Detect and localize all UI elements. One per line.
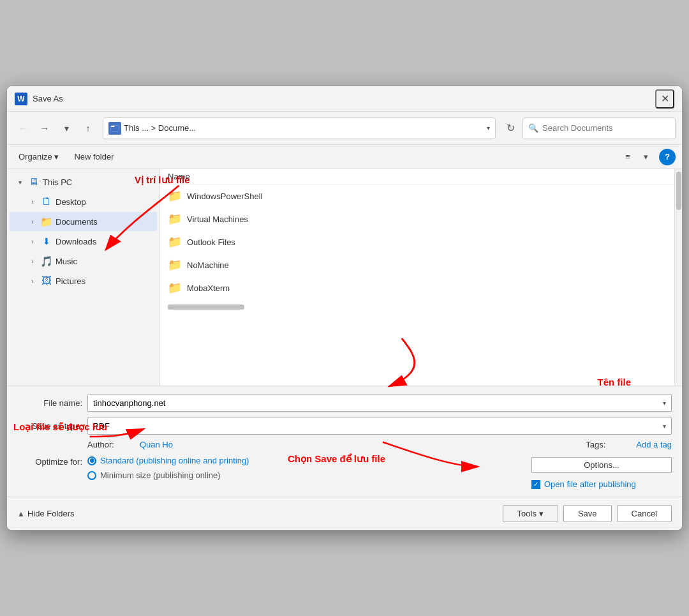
radio-minimum-circle [87,471,96,480]
title-bar: W Save As ✕ [7,86,682,112]
footer: ▲ Hide Folders Tools ▾ Save Cancel [7,497,682,530]
search-icon: 🔍 [528,123,538,133]
file-name-input[interactable]: tinhocvanphong.net ▾ [87,394,672,412]
file-item-virtual-machines[interactable]: 📁 Virtual Machines [160,207,674,230]
radio-standard-circle [87,456,96,465]
expand-icon: › [27,276,38,286]
radio-minimum-label: Minimum size (publishing online) [100,470,221,480]
tree-label-documents: Documents [56,217,98,227]
main-container: Vị trí lưu file [7,169,682,497]
back-button[interactable]: ← [13,119,33,138]
view-options: ≡ ▾ [619,149,654,165]
address-chevron-icon[interactable]: ▾ [487,124,490,131]
expand-icon: ▾ [15,177,25,187]
tree-label-this-pc: This PC [43,177,72,187]
up-button[interactable]: ↑ [78,119,98,138]
save-type-select[interactable]: PDF ▾ [87,417,672,435]
documents-folder-icon: 📁 [40,215,53,228]
hide-folders-label: Hide Folders [27,509,75,518]
tree-item-desktop[interactable]: › 🗒 Desktop [10,192,157,211]
folder-icon: 📁 [168,235,182,249]
file-name-nomachine: NoMachine [187,260,229,270]
search-input[interactable] [542,123,670,133]
annot-ten-file: Tên file [597,377,631,387]
open-file-checkbox-row: ✓ Open file after publishing [531,479,672,489]
optimize-label: Optimize for: [17,456,87,480]
radio-standard[interactable]: Standard (publishing online and printing… [87,456,249,465]
tree-item-documents[interactable]: › 📁 Documents [10,212,157,231]
expand-icon: › [27,197,38,207]
open-file-label: Open file after publishing [544,479,636,489]
organize-button[interactable]: Organize ▾ [13,149,64,164]
options-button[interactable]: Options... [531,457,672,473]
save-as-dialog: W Save As ✕ ← → ▾ ↑ This ... > Docume...… [6,86,683,530]
folder-icon: 📁 [168,258,182,272]
tree-label-desktop: Desktop [56,197,86,207]
tags-value[interactable]: Add a tag [636,440,672,449]
file-name-outlook-files: Outlook Files [187,237,235,247]
cancel-button[interactable]: Cancel [617,505,672,522]
new-folder-button[interactable]: New folder [69,149,119,164]
column-name-header: Name [168,172,190,181]
file-item-mobaxterm[interactable]: 📁 MobaXterm [160,276,674,299]
expand-icon: › [27,256,38,266]
folder-icon: 📁 [168,281,182,295]
folder-icon: 📁 [168,212,182,226]
downloads-icon: ⬇ [40,235,53,248]
file-item-windowspowershell[interactable]: 📁 WindowsPowerShell [160,184,674,207]
close-button[interactable]: ✕ [655,89,674,109]
monitor-icon: 🖥 [27,176,40,188]
optimize-options: Standard (publishing online and printing… [87,456,249,480]
folder-icon: 📁 [168,189,182,203]
save-type-row: Save as type: PDF ▾ [17,417,672,435]
tools-dropdown-icon: ▾ [539,509,544,518]
toolbar: Organize ▾ New folder ≡ ▾ ? [7,145,682,169]
tree-label-pictures: Pictures [56,276,85,286]
chevron-up-icon: ▲ [17,509,25,518]
tree-item-pictures[interactable]: › 🖼 Pictures [10,271,157,290]
dialog-title: Save As [33,94,655,103]
open-file-checkbox[interactable]: ✓ [531,480,540,489]
file-name-windowspowershell: WindowsPowerShell [187,192,263,201]
navigation-bar: ← → ▾ ↑ This ... > Docume... ▾ ↻ 🔍 [7,112,682,145]
file-name-mobaxterm: MobaXterm [187,283,230,293]
view-dropdown-button[interactable]: ▾ [637,149,654,165]
file-list-header: Name [160,169,674,184]
view-menu-button[interactable]: ≡ [619,149,636,165]
help-button[interactable]: ? [659,149,676,165]
forward-button[interactable]: → [35,119,54,138]
nav-tree: ▾ 🖥 This PC › 🗒 Desktop › 📁 Documents [7,169,160,386]
expand-icon: › [27,216,38,227]
save-button[interactable]: Save [563,505,612,522]
tree-item-downloads[interactable]: › ⬇ Downloads [10,232,157,251]
tools-button[interactable]: Tools ▾ [503,505,558,522]
search-bar[interactable]: 🔍 [522,117,676,139]
scrollbar[interactable] [674,169,682,386]
dropdown-button[interactable]: ▾ [57,119,76,138]
file-item-outlook-files[interactable]: 📁 Outlook Files [160,230,674,253]
pictures-icon: 🖼 [40,274,53,287]
scrollbar-thumb [676,172,681,210]
tree-item-this-pc[interactable]: ▾ 🖥 This PC [10,172,157,192]
tags-label: Tags: [586,440,605,449]
radio-minimum[interactable]: Minimum size (publishing online) [87,470,249,480]
tree-label-music: Music [56,257,77,266]
author-value[interactable]: Quan Ho [140,440,173,449]
file-item-nomachine[interactable]: 📁 NoMachine [160,253,674,276]
file-list: Name 📁 WindowsPowerShell 📁 Virtual Machi… [160,169,674,386]
file-name-value: tinhocvanphong.net [93,398,165,408]
file-browser: ▾ 🖥 This PC › 🗒 Desktop › 📁 Documents [7,169,682,386]
annot-loai-file: Loại file sẽ được lưu [13,421,107,433]
address-path: This ... > Docume... [124,123,484,133]
refresh-button[interactable]: ↻ [501,119,520,138]
author-label: Author: [87,440,114,449]
address-bar[interactable]: This ... > Docume... ▾ [103,117,496,139]
tree-item-music[interactable]: › 🎵 Music [10,252,157,271]
expand-icon: › [27,236,38,246]
music-icon: 🎵 [40,255,53,267]
annot-chon-save: Chọn Save để lưu file [288,453,385,465]
hide-folders-button[interactable]: ▲ Hide Folders [17,509,75,518]
address-folder-icon [108,122,121,135]
checkbox-check-icon: ✓ [533,481,538,488]
radio-standard-label: Standard (publishing online and printing… [100,456,249,465]
